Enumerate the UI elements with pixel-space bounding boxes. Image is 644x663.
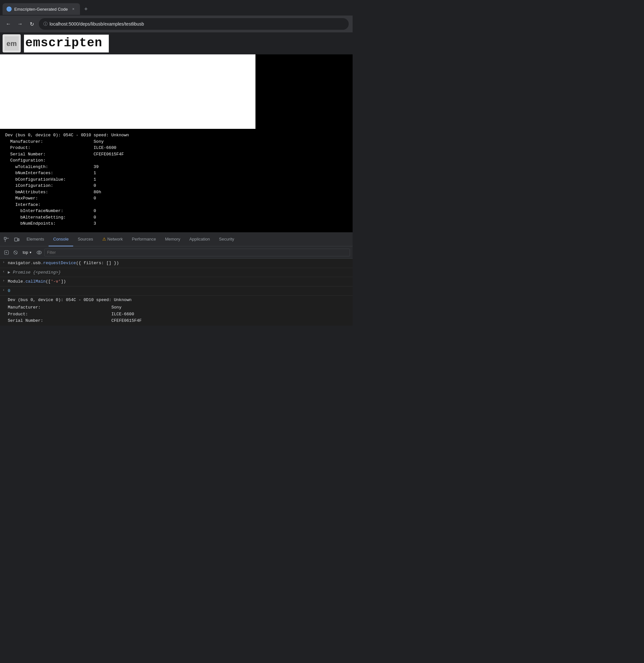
terminal-line-13: bAlternateSetting: 0 — [5, 214, 347, 221]
console-code-4: 0 — [8, 288, 10, 294]
devtools-panel: Elements Console Sources ⚠ Network Perfo… — [0, 232, 352, 326]
canvas-black — [255, 54, 352, 129]
device-toolbar-button[interactable] — [12, 235, 21, 244]
terminal-line-6: bNumInterfaces: 1 — [5, 170, 347, 177]
reload-button[interactable]: ↻ — [27, 19, 36, 28]
context-selector[interactable]: top ▼ — [21, 250, 34, 255]
terminal-line-11: Interface: — [5, 202, 347, 208]
table-row: Manufacturer: Sony — [8, 304, 142, 311]
tab-close-button[interactable]: × — [70, 6, 76, 12]
svg-point-9 — [37, 251, 42, 254]
terminal-line-8: iConfiguration: 0 — [5, 183, 347, 189]
browser-chrome: Emscripten-Generated Code × + ← → ↻ ⓘ lo… — [0, 0, 352, 32]
new-tab-button[interactable]: + — [81, 4, 90, 14]
console-code-1: navigator.usb.requestDevice({ filters: [… — [8, 260, 119, 267]
svg-point-10 — [38, 252, 40, 253]
tab-application[interactable]: Application — [185, 233, 215, 246]
console-toolbar: top ▼ — [0, 246, 352, 259]
table-cell-value: ILCE-6600 — [98, 311, 142, 318]
forward-button[interactable]: → — [16, 19, 25, 28]
table-row: Serial Number: CFEFE0615F4F — [8, 318, 142, 324]
console-output: › navigator.usb.requestDevice({ filters:… — [0, 259, 352, 326]
console-device-output: Dev (bus 0, device 0): 054C - 0D10 speed… — [0, 296, 352, 326]
terminal-line-3: Serial Number: CFEFE0615F4F — [5, 151, 347, 158]
tab-console[interactable]: Console — [49, 233, 73, 246]
toggle-custom-formatters-button[interactable] — [35, 249, 43, 256]
output-arrow-4: ‹ — [3, 288, 8, 292]
terminal-line-9: bmAttributes: 80h — [5, 189, 347, 196]
network-warn-icon: ⚠ — [102, 237, 106, 242]
console-entry-4: ‹ 0 — [0, 287, 352, 296]
address-bar: ← → ↻ ⓘ localhost:5000/deps/libusb/examp… — [0, 16, 352, 32]
svg-text:em: em — [6, 40, 17, 48]
terminal-line-7: bConfigurationValue: 1 — [5, 177, 347, 183]
canvas-area — [0, 54, 352, 129]
terminal-line-2: Product: ILCE-6600 — [5, 145, 347, 151]
emscripten-title-bg: emscripten — [24, 35, 109, 52]
table-row: Product: ILCE-6600 — [8, 311, 142, 318]
console-entry-2: ‹ ▶ Promise {<pending>} — [0, 268, 352, 277]
url-info-icon: ⓘ — [43, 21, 48, 27]
tab-sources[interactable]: Sources — [73, 233, 98, 246]
input-arrow-3: › — [3, 278, 8, 282]
console-entry-3: › Module.callMain(['-v']) — [0, 277, 352, 287]
chevron-down-icon: ▼ — [29, 251, 32, 254]
terminal-line-0: Dev (bus 0, device 0): 054C - 0D10 speed… — [5, 132, 347, 139]
table-cell-label: Manufacturer: — [8, 304, 98, 311]
tab-memory[interactable]: Memory — [161, 233, 185, 246]
console-device-table: Manufacturer: Sony Product: ILCE-6600 Se… — [8, 304, 142, 324]
tab-network[interactable]: ⚠ Network — [98, 233, 128, 246]
table-cell-label: Product: — [8, 311, 98, 318]
terminal-line-5: wTotalLength: 39 — [5, 164, 347, 170]
terminal-line-14: bNumEndpoints: 3 — [5, 221, 347, 227]
tab-bar: Emscripten-Generated Code × + — [0, 0, 352, 16]
inspect-element-button[interactable] — [2, 235, 11, 244]
svg-rect-5 — [18, 238, 19, 241]
run-script-button[interactable] — [3, 249, 10, 256]
terminal-line-10: MaxPower: 0 — [5, 195, 347, 202]
table-cell-value: Sony — [98, 304, 142, 311]
tab-elements[interactable]: Elements — [22, 233, 49, 246]
page-header: em emscripten — [0, 32, 352, 54]
console-entry-1: › navigator.usb.requestDevice({ filters:… — [0, 259, 352, 268]
tab-favicon — [6, 6, 12, 12]
emscripten-title-text: emscripten — [25, 36, 102, 50]
terminal-line-1: Manufacturer: Sony — [5, 139, 347, 145]
table-cell-value: CFEFE0615F4F — [98, 318, 142, 324]
devtools-tab-bar: Elements Console Sources ⚠ Network Perfo… — [0, 233, 352, 246]
tab-performance[interactable]: Performance — [127, 233, 160, 246]
terminal-line-12: bInterfaceNumber: 0 — [5, 208, 347, 214]
console-filter-input[interactable] — [44, 249, 350, 256]
output-arrow-2: ‹ — [3, 269, 8, 274]
tab-title: Emscripten-Generated Code — [14, 7, 68, 12]
svg-rect-4 — [15, 238, 18, 241]
back-button[interactable]: ← — [4, 19, 13, 28]
input-arrow-1: › — [3, 260, 8, 264]
url-text: localhost:5000/deps/libusb/examples/test… — [49, 21, 144, 26]
table-cell-label: Serial Number: — [8, 318, 98, 324]
console-code-3: Module.callMain(['-v']) — [8, 278, 66, 285]
tab-security[interactable]: Security — [214, 233, 239, 246]
console-code-2: ▶ Promise {<pending>} — [8, 269, 61, 276]
emscripten-logo: em — [3, 34, 21, 52]
clear-console-button[interactable] — [12, 249, 19, 256]
terminal-output: Dev (bus 0, device 0): 054C - 0D10 speed… — [0, 129, 352, 232]
canvas-white — [0, 54, 255, 129]
console-device-title: Dev (bus 0, device 0): 054C - 0D10 speed… — [8, 297, 345, 304]
svg-line-8 — [14, 251, 17, 254]
active-tab[interactable]: Emscripten-Generated Code × — [3, 3, 80, 15]
url-bar[interactable]: ⓘ localhost:5000/deps/libusb/examples/te… — [39, 18, 349, 30]
svg-rect-3 — [4, 237, 6, 239]
context-value: top — [23, 250, 28, 255]
terminal-line-4: Configuration: — [5, 157, 347, 164]
